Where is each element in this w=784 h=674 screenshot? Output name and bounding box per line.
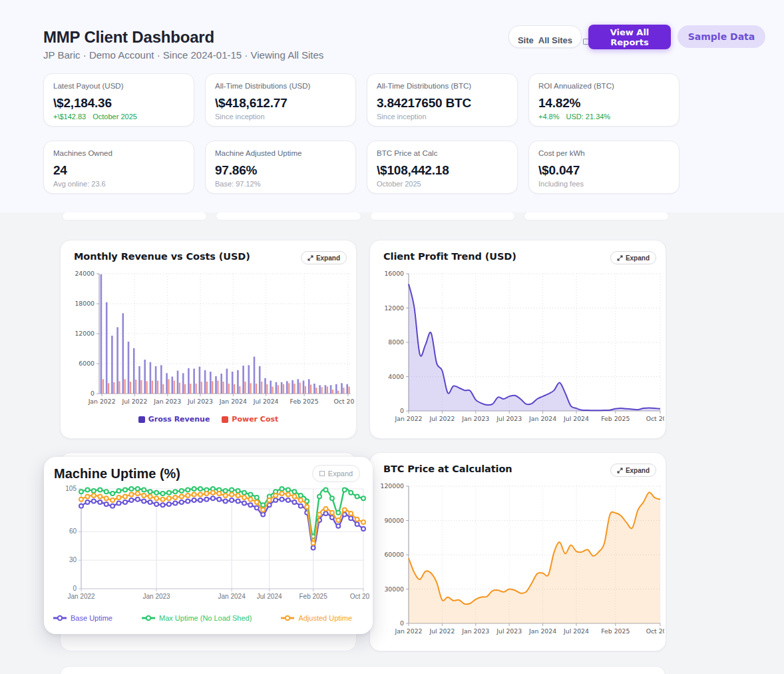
kpi-sub-part: October 2025 [93, 113, 137, 121]
svg-text:Feb 2025: Feb 2025 [601, 627, 630, 635]
chart-card-profit: Client Profit Trend (USD) Expand 0400080… [369, 240, 666, 439]
kpi-sub-part: Avg online: 23.6 [53, 180, 106, 188]
kpi-value: 97.86% [215, 163, 346, 178]
kpi-label: Cost per kWh [538, 149, 670, 157]
svg-text:120000: 120000 [381, 482, 405, 490]
monthly-revenue-vs-costs-usd--svg: 06000120001800024000Jan 2022Jul 2022Jan … [69, 270, 355, 411]
kpi-card: ROI Annualized (BTC)14.82%+4.8%USD: 21.3… [528, 73, 680, 127]
legend-label: Base Uptime [71, 614, 112, 622]
expand-button[interactable]: Expand [301, 251, 347, 264]
svg-text:Jan 2022: Jan 2022 [67, 593, 95, 600]
svg-text:Jan 2023: Jan 2023 [461, 415, 489, 422]
svg-text:60000: 60000 [384, 551, 404, 558]
svg-text:24000: 24000 [75, 270, 95, 277]
svg-text:Jan 2024: Jan 2024 [528, 627, 556, 635]
ghost-card [62, 212, 207, 220]
svg-text:60: 60 [69, 527, 77, 535]
kpi-label: Machines Owned [53, 149, 184, 157]
legend-item: Adjusted Uptime [281, 614, 352, 622]
kpi-value: \$0.047 [538, 163, 670, 178]
chart-card-revenue: Monthly Revenue vs Costs (USD) Expand 06… [60, 240, 357, 439]
legend-label: Max Uptime (No Load Shed) [159, 614, 252, 622]
svg-text:4000: 4000 [388, 373, 404, 380]
legend-item: Power Cost [222, 415, 278, 424]
kpi-card: BTC Price at Calc\$108,442.18October 202… [367, 141, 518, 194]
kpi-sub-part: Including fees [538, 180, 584, 188]
kpi-sub: +\$142.83October 2025 [53, 113, 184, 121]
expand-arrows-icon [617, 468, 623, 474]
legend-label: Power Cost [232, 415, 278, 424]
site-select-value: All Sites [538, 35, 572, 45]
kpi-sub-part: Base: 97.12% [215, 180, 261, 188]
chart-card-uptime: Machine Uptime (%) Expand 03060105Jan 20… [44, 457, 373, 634]
svg-text:Feb 2025: Feb 2025 [601, 415, 630, 422]
svg-text:Feb 2025: Feb 2025 [290, 398, 319, 405]
svg-text:12000: 12000 [75, 330, 95, 337]
svg-text:Oct 2025: Oct 2025 [646, 627, 664, 635]
kpi-sub-part: Since inception [377, 113, 427, 121]
expand-button[interactable]: Expand [610, 464, 656, 477]
kpi-card: All-Time Distributions (BTC)3.84217650 B… [367, 73, 518, 127]
svg-text:12000: 12000 [384, 304, 404, 312]
dashboard-page: MMP Client Dashboard JP Baric · Demo Acc… [0, 0, 784, 674]
expand-arrows-icon [617, 255, 623, 261]
ghost-card [370, 212, 515, 220]
kpi-grid: Latest Payout (USD)\$2,184.36+\$142.83Oc… [43, 73, 680, 194]
svg-text:Jan 2022: Jan 2022 [395, 415, 423, 422]
legend-item: Base Uptime [53, 614, 112, 622]
revenue-chart: 06000120001800024000Jan 2022Jul 2022Jan … [69, 270, 355, 414]
svg-text:Jul 2024: Jul 2024 [257, 593, 282, 600]
profit-chart: 0400080001200016000Jan 2022Jul 2022Jan 2… [378, 270, 664, 427]
expand-button[interactable]: Expand [312, 465, 360, 482]
kpi-sub-part: +\$142.83 [53, 113, 86, 121]
chart-title: Client Profit Trend (USD) [383, 251, 516, 262]
uptime-chart: 03060105Jan 2022Jan 2023Jan 2024Jul 2024… [51, 484, 370, 613]
kpi-label: BTC Price at Calc [377, 149, 508, 157]
svg-text:105: 105 [65, 485, 77, 492]
kpi-value: \$2,184.36 [53, 96, 184, 111]
svg-text:Jan 2023: Jan 2023 [142, 593, 170, 600]
kpi-sub-part: Since inception [215, 113, 265, 121]
kpi-sub: Base: 97.12% [215, 180, 346, 188]
revenue-legend: Gross RevenuePower Cost [61, 415, 356, 424]
ghost-card-row [62, 212, 669, 220]
svg-text:Jul 2022: Jul 2022 [429, 627, 455, 635]
kpi-card: Machine Adjusted Uptime97.86%Base: 97.12… [205, 141, 356, 194]
svg-text:Oct 2025: Oct 2025 [334, 398, 355, 405]
legend-item: Gross Revenue [138, 415, 210, 424]
svg-text:Jan 2024: Jan 2024 [219, 398, 247, 405]
kpi-label: Latest Payout (USD) [53, 82, 184, 90]
legend-marker-icon [53, 615, 67, 621]
svg-text:Feb 2025: Feb 2025 [299, 593, 327, 600]
kpi-sub: Since inception [215, 113, 346, 121]
uptime-legend: Base UptimeMax Uptime (No Load Shed)Adju… [53, 614, 352, 622]
kpi-card: Machines Owned24Avg online: 23.6 [43, 141, 194, 194]
kpi-label: Machine Adjusted Uptime [215, 149, 346, 157]
chart-card-btc: BTC Price at Calculation Expand 03000060… [369, 452, 666, 651]
kpi-card: Cost per kWh\$0.047Including fees [528, 141, 680, 194]
legend-marker-icon [281, 615, 294, 621]
chart-title: Machine Uptime (%) [54, 466, 180, 482]
svg-text:Jan 2024: Jan 2024 [218, 593, 246, 600]
kpi-value: \$418,612.77 [215, 96, 346, 111]
chart-head: BTC Price at Calculation Expand [383, 464, 656, 477]
kpi-card: All-Time Distributions (USD)\$418,612.77… [205, 73, 356, 127]
kpi-sub: +4.8%USD: 21.34% [538, 113, 670, 121]
svg-text:18000: 18000 [75, 300, 95, 307]
svg-text:Jan 2024: Jan 2024 [528, 415, 556, 422]
svg-text:Jul 2023: Jul 2023 [496, 415, 522, 422]
square-icon [319, 471, 325, 476]
expand-button[interactable]: Expand [610, 251, 656, 264]
view-all-reports-button[interactable]: View All Reports [588, 25, 671, 49]
expand-arrows-icon [307, 255, 313, 261]
kpi-sub-part: USD: 21.34% [566, 113, 611, 121]
svg-text:16000: 16000 [384, 270, 404, 277]
page-title: MMP Client Dashboard [43, 28, 214, 47]
svg-text:Oct 2025: Oct 2025 [646, 415, 664, 422]
kpi-value: \$108,442.18 [377, 163, 508, 178]
svg-text:Jan 2023: Jan 2023 [153, 398, 181, 405]
svg-text:0: 0 [91, 390, 95, 397]
sample-data-button[interactable]: Sample Data [678, 25, 765, 48]
svg-text:Jul 2024: Jul 2024 [563, 415, 589, 422]
site-select[interactable]: Site All Sites [508, 25, 582, 48]
